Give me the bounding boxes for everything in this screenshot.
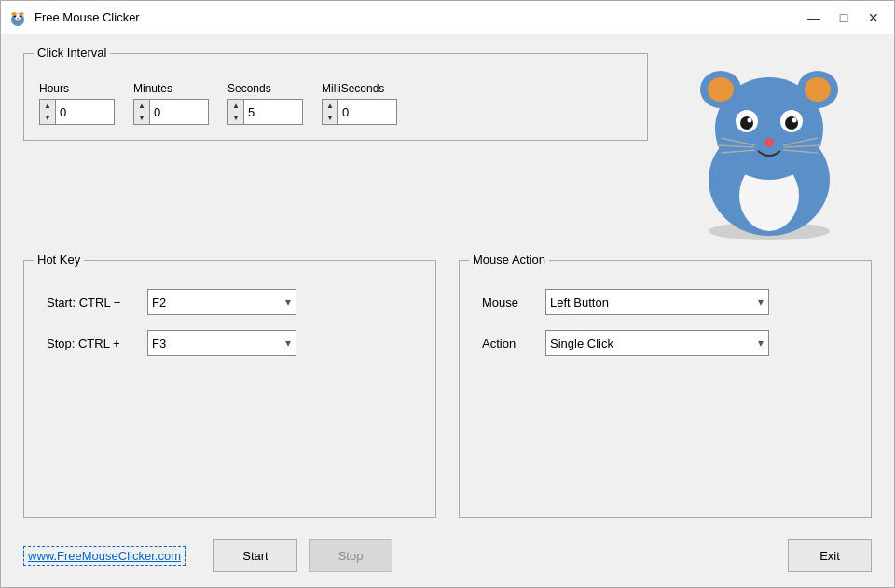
hotkey-stop-select[interactable]: F1 F2 F3 F4 F5 F6 F7 F8 F9 F10 F11 <box>147 330 296 356</box>
exit-button[interactable]: Exit <box>788 539 872 572</box>
milliseconds-down-button[interactable]: ▼ <box>323 112 337 124</box>
mouse-action-mouse-row: Mouse Left Button Right Button Middle Bu… <box>482 289 848 315</box>
footer: www.FreeMouseClicker.com Start Stop Exit <box>1 533 894 587</box>
mouse-action-action-row: Action Single Click Double Click Right C… <box>482 330 848 356</box>
hotkey-group: Hot Key Start: CTRL + F1 F2 F3 F4 F5 F6 <box>23 260 436 518</box>
mouse-select-wrapper: Left Button Right Button Middle Button <box>545 289 769 315</box>
seconds-spinner-buttons: ▲ ▼ <box>227 99 243 125</box>
hotkey-start-select-wrapper: F1 F2 F3 F4 F5 F6 F7 F8 F9 F10 F11 <box>147 289 296 315</box>
seconds-up-button[interactable]: ▲ <box>228 100 243 112</box>
top-row: Click Interval Hours ▲ ▼ <box>23 49 872 245</box>
hours-spinner-buttons: ▲ ▼ <box>39 99 55 125</box>
window-controls: — □ ✕ <box>801 7 887 29</box>
svg-point-12 <box>708 77 734 102</box>
hotkey-label: Hot Key <box>34 253 84 267</box>
hours-spinner: ▲ ▼ <box>39 99 115 125</box>
seconds-label: Seconds <box>227 82 271 95</box>
hotkey-start-label: Start: CTRL + <box>47 295 140 309</box>
hotkey-stop-row: Stop: CTRL + F1 F2 F3 F4 F5 F6 F7 F8 <box>47 330 413 356</box>
svg-point-6 <box>17 18 19 20</box>
svg-point-20 <box>792 118 797 123</box>
minimize-button[interactable]: — <box>801 7 827 29</box>
minutes-input[interactable] <box>149 99 209 125</box>
mouse-select[interactable]: Left Button Right Button Middle Button <box>545 289 769 315</box>
milliseconds-spinner-buttons: ▲ ▼ <box>322 99 337 125</box>
click-interval-group: Click Interval Hours ▲ ▼ <box>23 53 648 141</box>
stop-button[interactable]: Stop <box>309 539 392 572</box>
milliseconds-field: MilliSeconds ▲ ▼ <box>322 82 397 125</box>
minutes-label: Minutes <box>133 82 172 95</box>
footer-left: www.FreeMouseClicker.com <box>23 546 213 566</box>
mouse-action-fields: Mouse Left Button Right Button Middle Bu… <box>475 289 856 356</box>
mouse-action-mouse-label: Mouse <box>482 295 538 309</box>
main-window: Free Mouse Clicker — □ ✕ Click Interval … <box>0 0 895 588</box>
interval-fields: Hours ▲ ▼ Minutes <box>39 82 632 125</box>
hours-label: Hours <box>39 82 69 95</box>
svg-point-4 <box>12 12 17 16</box>
click-interval-label: Click Interval <box>34 46 110 60</box>
minutes-field: Minutes ▲ ▼ <box>133 82 209 125</box>
hours-down-button[interactable]: ▼ <box>40 112 55 124</box>
svg-point-21 <box>764 138 774 147</box>
mascot-container <box>667 40 872 245</box>
hotkey-start-select[interactable]: F1 F2 F3 F4 F5 F6 F7 F8 F9 F10 F11 <box>147 289 296 315</box>
hotkey-stop-label: Stop: CTRL + <box>47 336 140 350</box>
seconds-down-button[interactable]: ▼ <box>228 112 243 124</box>
mouse-action-action-label: Action <box>482 336 538 350</box>
seconds-input[interactable] <box>243 99 303 125</box>
minutes-up-button[interactable]: ▲ <box>134 100 149 112</box>
hotkey-stop-select-wrapper: F1 F2 F3 F4 F5 F6 F7 F8 F9 F10 F11 <box>147 330 296 356</box>
mouse-mascot-svg <box>676 45 862 240</box>
hotkey-fields: Start: CTRL + F1 F2 F3 F4 F5 F6 F7 F8 <box>39 289 420 356</box>
minutes-spinner: ▲ ▼ <box>133 99 209 125</box>
action-select-wrapper: Single Click Double Click Right Click <box>545 330 769 356</box>
milliseconds-up-button[interactable]: ▲ <box>323 100 337 112</box>
footer-buttons: Start Stop Exit <box>213 539 872 572</box>
milliseconds-label: MilliSeconds <box>322 82 384 95</box>
svg-point-5 <box>20 12 24 16</box>
hours-field: Hours ▲ ▼ <box>39 82 115 125</box>
main-content: Click Interval Hours ▲ ▼ <box>1 34 894 533</box>
hours-up-button[interactable]: ▲ <box>40 100 55 112</box>
close-button[interactable]: ✕ <box>861 7 887 29</box>
seconds-spinner: ▲ ▼ <box>227 99 303 125</box>
mouse-action-group: Mouse Action Mouse Left Button Right But… <box>459 260 872 518</box>
svg-point-19 <box>785 116 798 130</box>
app-icon <box>8 8 27 27</box>
minutes-down-button[interactable]: ▼ <box>134 112 149 124</box>
title-bar: Free Mouse Clicker — □ ✕ <box>1 1 894 34</box>
maximize-button[interactable]: □ <box>831 7 857 29</box>
milliseconds-spinner: ▲ ▼ <box>322 99 397 125</box>
svg-point-17 <box>748 118 752 123</box>
website-link[interactable]: www.FreeMouseClicker.com <box>23 546 186 566</box>
window-title: Free Mouse Clicker <box>34 10 801 24</box>
minutes-spinner-buttons: ▲ ▼ <box>133 99 149 125</box>
action-select[interactable]: Single Click Double Click Right Click <box>545 330 769 356</box>
milliseconds-input[interactable] <box>337 99 397 125</box>
svg-point-16 <box>740 116 753 130</box>
start-button[interactable]: Start <box>213 539 297 572</box>
mouse-action-label: Mouse Action <box>469 253 549 267</box>
seconds-field: Seconds ▲ ▼ <box>227 82 303 125</box>
svg-point-14 <box>805 77 831 102</box>
bottom-row: Hot Key Start: CTRL + F1 F2 F3 F4 F5 F6 <box>23 260 872 518</box>
hotkey-start-row: Start: CTRL + F1 F2 F3 F4 F5 F6 F7 F8 <box>47 289 413 315</box>
hours-input[interactable] <box>55 99 115 125</box>
